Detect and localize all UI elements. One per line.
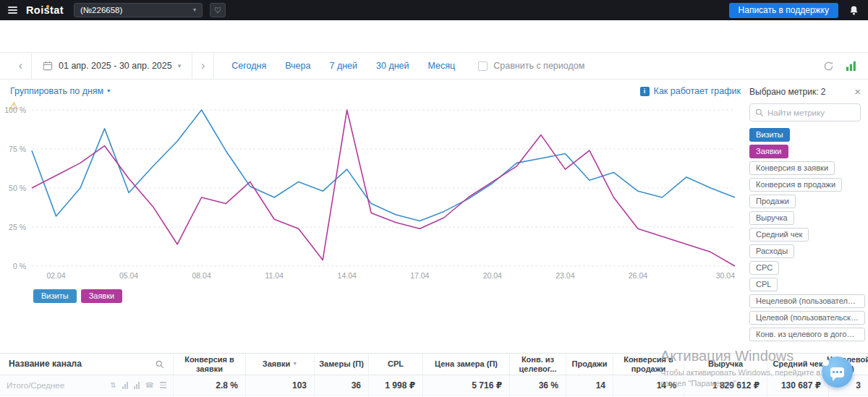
svg-text:11.04: 11.04: [265, 271, 284, 280]
table-header-row: Название канала Конверсия в заявкиЗаявки…: [0, 354, 868, 375]
cell-value: 1 998 ₽: [385, 380, 415, 390]
column-header-6[interactable]: Продажи: [566, 354, 613, 375]
name-header-label: Название канала: [9, 359, 82, 370]
cell: 1 829 612 ₽: [684, 375, 767, 395]
metric-search-input[interactable]: [767, 108, 855, 117]
menu-lines-icon[interactable]: [160, 381, 166, 389]
quick-link-2[interactable]: 7 дней: [329, 61, 357, 71]
column-header-7[interactable]: Конверсия в продажи: [613, 354, 684, 375]
svg-text:05.04: 05.04: [119, 271, 138, 280]
svg-text:50 %: 50 %: [9, 184, 26, 192]
date-range-selector[interactable]: 01 апр. 2025 - 30 апр. 2025 ▾: [32, 53, 192, 79]
chart-section: Группировать по дням ▾ i Как работает гр…: [0, 80, 746, 341]
metric-tag[interactable]: Средний чек: [749, 228, 809, 242]
group-by-selector[interactable]: Группировать по дням ▾: [10, 86, 110, 96]
totals-name-cell: Итого/Среднее⇅☎: [0, 375, 174, 395]
cell-value: 3: [856, 380, 861, 390]
chevron-down-icon: ▾: [178, 62, 182, 69]
chat-widget-button[interactable]: [822, 357, 853, 388]
chart-widget-icon[interactable]: [846, 61, 856, 72]
column-chart-icon[interactable]: [134, 381, 140, 389]
column-header-label: Средний чек: [773, 359, 823, 369]
cell: 36 %: [510, 375, 566, 395]
metric-tag[interactable]: Нецелевой (пользовательски...: [749, 294, 865, 308]
cell-value: 103: [292, 380, 307, 390]
metric-tag[interactable]: Конверсия в заявки: [749, 161, 835, 175]
quick-link-4[interactable]: Месяц: [428, 61, 456, 71]
cell: 130 687 ₽: [767, 375, 829, 395]
logo-text: Roistat: [26, 4, 64, 16]
phone-icon[interactable]: ☎: [145, 381, 154, 389]
health-widget-icon[interactable]: ♡: [210, 3, 226, 17]
svg-text:25 %: 25 %: [9, 223, 26, 231]
metric-search[interactable]: [749, 103, 861, 121]
cell-value: 1 829 612 ₽: [712, 380, 760, 390]
column-header-5[interactable]: Конв. из целевог...: [510, 354, 566, 375]
bar-chart-icon[interactable]: [122, 381, 128, 389]
date-toolbar: ‹ 01 апр. 2025 - 30 апр. 2025 ▾ › Сегодн…: [0, 52, 868, 80]
legend-badge[interactable]: Визиты: [33, 289, 77, 303]
line-chart: 100 %75 %50 %25 %0 %02.0405.0408.0411.04…: [1, 103, 745, 285]
column-header-8[interactable]: Выручка: [684, 354, 767, 375]
metric-tag[interactable]: Целевой (пользовательский): [749, 311, 865, 325]
metric-tag[interactable]: Выручка: [749, 211, 794, 225]
cell: 36: [315, 375, 369, 395]
group-by-label: Группировать по дням: [10, 86, 103, 96]
metric-tag[interactable]: CPC: [749, 261, 779, 275]
cell-value: 36 %: [539, 380, 558, 390]
app-root: Roistat (№226658) ▾ ♡ Написать в поддерж…: [0, 0, 868, 397]
chat-icon: [830, 367, 844, 377]
column-header-3[interactable]: CPL: [369, 354, 423, 375]
sort-icon[interactable]: ⇅: [110, 381, 116, 389]
metric-tag[interactable]: Конверсия в продажи: [749, 178, 842, 192]
cell: 1 998 ₽: [369, 375, 423, 395]
column-header-0[interactable]: Конверсия в заявки: [174, 354, 246, 375]
project-select[interactable]: (№226658) ▾: [74, 3, 203, 17]
close-icon[interactable]: ×: [854, 86, 861, 97]
column-header-2[interactable]: Замеры (П): [315, 354, 369, 375]
roistat-logo[interactable]: Roistat: [26, 4, 67, 16]
svg-text:14.04: 14.04: [338, 271, 357, 280]
how-it-works-link[interactable]: i Как работает график: [640, 86, 741, 96]
bell-icon[interactable]: [846, 5, 861, 16]
metric-tag[interactable]: CPL: [749, 278, 778, 291]
cell: 2.8 %: [174, 375, 246, 395]
quick-links: СегодняВчера7 дней30 днейМесяц: [231, 61, 455, 71]
svg-text:08.04: 08.04: [192, 271, 210, 280]
metric-tag[interactable]: Расходы: [749, 244, 794, 258]
compare-period-toggle[interactable]: Сравнить с периодом: [478, 61, 584, 71]
column-header-name[interactable]: Название канала: [0, 354, 174, 375]
metrics-count-label: Выбрано метрик: 2: [749, 87, 825, 97]
cell-value: 36: [352, 380, 361, 390]
next-period-button[interactable]: ›: [192, 53, 214, 79]
totals-icons: ⇅☎: [110, 381, 166, 389]
column-header-4[interactable]: Цена замера (П): [423, 354, 510, 375]
metric-tag[interactable]: Конв. из целевого в договор ...: [749, 328, 865, 341]
checkbox-icon[interactable]: [478, 61, 488, 71]
support-button[interactable]: Написать в поддержку: [729, 3, 838, 18]
refresh-icon[interactable]: [823, 61, 834, 72]
totals-label: Итого/Среднее: [7, 381, 64, 390]
svg-text:26.04: 26.04: [629, 271, 647, 280]
cell: 14: [566, 375, 613, 395]
metric-tag-selected[interactable]: Визиты: [749, 128, 790, 142]
date-range-label: 01 апр. 2025 - 30 апр. 2025: [59, 61, 172, 71]
svg-text:0 %: 0 %: [13, 262, 26, 270]
metric-tag[interactable]: Продажи: [749, 195, 796, 208]
svg-text:30.04: 30.04: [716, 271, 735, 280]
search-icon[interactable]: [156, 360, 164, 369]
column-header-label: Конверсия в продажи: [616, 355, 681, 373]
column-header-9[interactable]: Средний чек: [767, 354, 829, 375]
column-header-1[interactable]: Заявки▼: [246, 354, 315, 375]
legend-badge[interactable]: Заявки: [81, 289, 123, 303]
warning-icon[interactable]: ⚠: [9, 100, 19, 111]
svg-text:20.04: 20.04: [483, 271, 502, 280]
quick-link-1[interactable]: Вчера: [285, 61, 310, 71]
svg-text:23.04: 23.04: [556, 271, 574, 280]
menu-icon[interactable]: [7, 4, 19, 16]
quick-link-0[interactable]: Сегодня: [231, 61, 266, 71]
logo-dot-icon: [46, 5, 49, 8]
prev-period-button[interactable]: ‹: [10, 53, 32, 79]
metric-tag-selected[interactable]: Заявки: [749, 145, 788, 158]
quick-link-3[interactable]: 30 дней: [376, 61, 409, 71]
